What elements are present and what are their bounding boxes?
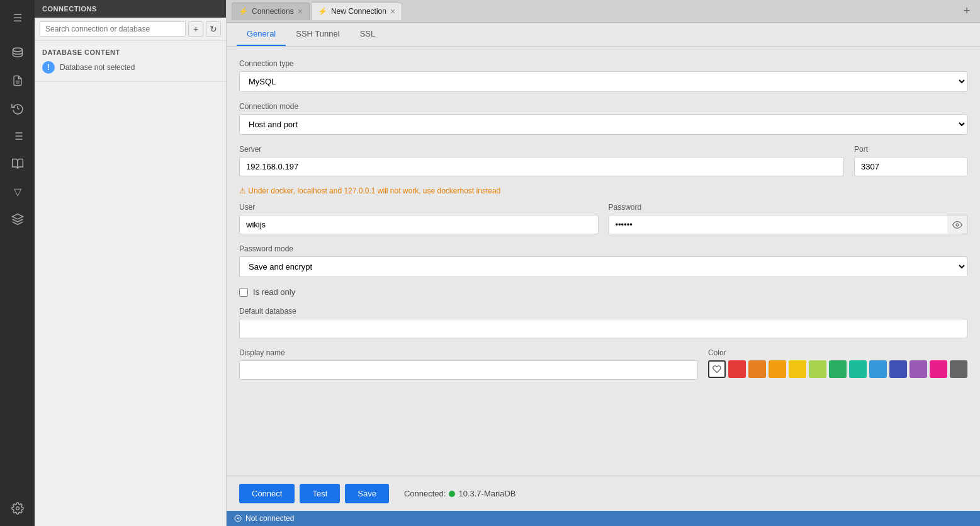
- server-input[interactable]: [239, 157, 844, 176]
- db-not-selected-text: Database not selected: [60, 63, 135, 72]
- user-label: User: [239, 203, 599, 212]
- default-database-input[interactable]: [239, 319, 967, 338]
- port-group: Port: [854, 145, 967, 176]
- connection-mode-label: Connection mode: [239, 102, 967, 111]
- color-label: Color: [708, 348, 967, 357]
- password-wrapper: [609, 215, 968, 234]
- read-only-checkbox[interactable]: [239, 288, 248, 297]
- color-swatch-blue[interactable]: [869, 360, 887, 378]
- password-mode-select[interactable]: Save and encrypt Save plain Ask every co…: [239, 256, 967, 277]
- connected-dot: [449, 491, 455, 497]
- connections-title: CONNECTIONS: [42, 5, 97, 13]
- connection-type-group: Connection type MySQL PostgreSQL SQLite …: [239, 59, 967, 92]
- server-label: Server: [239, 145, 844, 154]
- user-password-row: User Password: [239, 203, 967, 244]
- password-mode-group: Password mode Save and encrypt Save plai…: [239, 244, 967, 277]
- default-database-label: Default database: [239, 307, 967, 316]
- default-database-group: Default database: [239, 307, 967, 338]
- new-connection-tab-label: New Connection: [331, 7, 386, 16]
- layers-icon[interactable]: [5, 207, 30, 232]
- tab-new-connection[interactable]: ⚡ New Connection ×: [311, 3, 402, 20]
- sub-tab-ssl[interactable]: SSL: [350, 23, 386, 46]
- display-color-row: Display name Color: [239, 348, 967, 380]
- main-content: ⚡ Connections × ⚡ New Connection × + Gen…: [227, 0, 980, 526]
- password-group: Password: [609, 203, 968, 234]
- color-swatch-light-green[interactable]: [809, 360, 826, 378]
- db-version: 10.3.7-MariaDB: [458, 489, 515, 498]
- password-input[interactable]: [609, 215, 968, 234]
- tab-bar: ⚡ Connections × ⚡ New Connection × +: [227, 0, 980, 23]
- port-label: Port: [854, 145, 967, 154]
- sub-tabs: General SSH Tunnel SSL: [227, 23, 980, 47]
- list-icon[interactable]: [5, 123, 30, 149]
- connections-tab-label: Connections: [252, 7, 294, 16]
- new-connection-tab-icon: ⚡: [318, 7, 327, 16]
- color-swatch-red[interactable]: [728, 360, 746, 378]
- connections-header: CONNECTIONS: [35, 0, 226, 18]
- port-input[interactable]: [854, 157, 967, 176]
- svg-point-11: [956, 224, 959, 226]
- sub-tab-general[interactable]: General: [237, 23, 286, 46]
- color-swatch-purple[interactable]: [910, 360, 927, 378]
- search-bar: + ↻: [35, 18, 226, 41]
- connections-tab-close[interactable]: ×: [298, 7, 303, 16]
- color-swatch-orange[interactable]: [748, 360, 766, 378]
- color-swatch-default[interactable]: [708, 360, 726, 378]
- display-name-label: Display name: [239, 348, 698, 357]
- user-input[interactable]: [239, 215, 599, 234]
- save-button[interactable]: Save: [345, 484, 389, 503]
- add-tab-button[interactable]: +: [959, 3, 975, 20]
- connected-text: Connected:: [404, 489, 446, 498]
- color-swatch-indigo[interactable]: [889, 360, 907, 378]
- book-icon[interactable]: [5, 151, 30, 176]
- refresh-button[interactable]: ↻: [206, 21, 221, 37]
- server-group: Server: [239, 145, 844, 176]
- docker-warning: ⚠ Under docker, localhost and 127.0.0.1 …: [239, 186, 967, 195]
- add-connection-button[interactable]: +: [188, 21, 203, 37]
- history-icon[interactable]: [5, 96, 30, 121]
- form-area: Connection type MySQL PostgreSQL SQLite …: [227, 47, 980, 476]
- triangle-icon[interactable]: ▽: [5, 179, 30, 204]
- test-button[interactable]: Test: [300, 484, 340, 503]
- color-swatch-amber[interactable]: [769, 360, 786, 378]
- display-name-group: Display name: [239, 348, 698, 380]
- settings-icon[interactable]: [5, 496, 30, 521]
- status-bar: Not connected: [227, 511, 980, 526]
- search-input[interactable]: [40, 21, 186, 37]
- connected-status: Connected: 10.3.7-MariaDB: [404, 489, 516, 498]
- status-icon: [234, 515, 242, 522]
- connections-panel: CONNECTIONS + ↻ DATABASE CONTENT ! Datab…: [35, 0, 227, 526]
- new-connection-tab-close[interactable]: ×: [390, 7, 395, 16]
- password-toggle-button[interactable]: [947, 215, 967, 234]
- display-name-input[interactable]: [239, 360, 698, 380]
- color-swatch-yellow[interactable]: [789, 360, 806, 378]
- color-swatch-pink[interactable]: [930, 360, 947, 378]
- menu-icon[interactable]: ☰: [5, 5, 30, 30]
- password-mode-label: Password mode: [239, 244, 967, 253]
- svg-point-0: [13, 48, 22, 52]
- svg-point-10: [16, 507, 19, 510]
- tab-connections[interactable]: ⚡ Connections ×: [232, 3, 310, 20]
- document-icon[interactable]: [5, 68, 30, 93]
- color-swatch-green[interactable]: [829, 360, 847, 378]
- read-only-group: Is read only: [239, 287, 967, 297]
- info-icon: !: [42, 61, 55, 74]
- sub-tab-ssh-tunnel[interactable]: SSH Tunnel: [286, 23, 349, 46]
- database-icon[interactable]: [5, 40, 30, 66]
- color-swatch-gray[interactable]: [950, 360, 967, 378]
- read-only-label[interactable]: Is read only: [253, 287, 295, 297]
- status-bar-text: Not connected: [245, 514, 294, 523]
- connection-type-label: Connection type: [239, 59, 967, 68]
- svg-marker-9: [12, 214, 23, 219]
- connect-button[interactable]: Connect: [239, 484, 295, 503]
- sidebar: ☰: [0, 0, 35, 526]
- connection-mode-group: Connection mode Host and port Socket: [239, 102, 967, 135]
- user-group: User: [239, 203, 599, 234]
- db-content-header: DATABASE CONTENT: [42, 49, 218, 56]
- server-port-row: Server Port: [239, 145, 967, 186]
- connection-type-select[interactable]: MySQL PostgreSQL SQLite MongoDB MariaDB: [239, 71, 967, 92]
- color-swatch-teal[interactable]: [849, 360, 867, 378]
- password-label: Password: [609, 203, 968, 212]
- connection-mode-select[interactable]: Host and port Socket: [239, 114, 967, 135]
- color-group: Color: [708, 348, 967, 378]
